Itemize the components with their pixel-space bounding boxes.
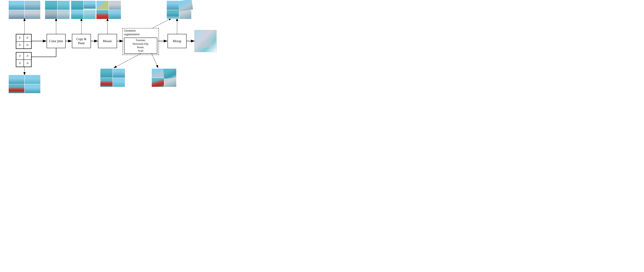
img-j-1 bbox=[9, 75, 24, 84]
img-2-1 bbox=[45, 1, 57, 10]
matrix-I: I1 I2 I3 I4 bbox=[16, 34, 32, 49]
geo-result-3 bbox=[152, 78, 164, 87]
top-image-group-1 bbox=[9, 1, 40, 19]
img-3-1 bbox=[71, 1, 83, 10]
bottom-image-group-J bbox=[9, 75, 40, 93]
img-3-4 bbox=[84, 10, 96, 19]
matrix-I-cell-2: I2 bbox=[24, 34, 31, 41]
geo-aug-inner-box: Translate,Horizontal Flip,Rotate,Scale bbox=[124, 37, 157, 54]
matrix-J-cell-2: J2 bbox=[24, 52, 31, 60]
img-4-2 bbox=[109, 1, 121, 10]
img-1-2 bbox=[25, 1, 40, 10]
matrix-I-cell-3: I3 bbox=[16, 41, 24, 49]
img-5-4 bbox=[179, 10, 192, 19]
mosaic-box: Mosaic bbox=[98, 34, 117, 48]
img-2-2 bbox=[58, 1, 70, 10]
geo-aug-inner-label: Translate,Horizontal Flip,Rotate,Scale bbox=[133, 38, 149, 53]
top-image-group-2 bbox=[45, 1, 70, 19]
geo-result-2 bbox=[163, 69, 176, 79]
svg-line-13 bbox=[152, 18, 172, 28]
mosaic-label: Mosaic bbox=[103, 39, 112, 43]
geo-aug-title: Geometricaugmentation bbox=[124, 29, 140, 36]
mixup-label: Mixup bbox=[173, 39, 181, 43]
copy-paste-label: Copy &Paste bbox=[76, 37, 86, 45]
mixup-box: Mixup bbox=[168, 34, 186, 48]
color-jitter-label: Color jitter bbox=[49, 39, 63, 43]
img-j-3 bbox=[9, 84, 24, 93]
matrix-I-cell-4: I4 bbox=[24, 41, 31, 49]
img-1-1 bbox=[9, 1, 24, 10]
bottom-mosaic-result bbox=[100, 69, 125, 87]
img-1-4 bbox=[25, 10, 40, 19]
img-1-3 bbox=[9, 10, 24, 19]
matrix-J-cell-4: J4 bbox=[24, 60, 31, 67]
mosaic-result-4 bbox=[113, 78, 125, 87]
img-5-3 bbox=[167, 10, 179, 19]
color-jitter-box: Color jitter bbox=[47, 34, 66, 48]
top-image-group-3 bbox=[71, 1, 96, 19]
mosaic-result-3 bbox=[100, 78, 112, 87]
img-2-3 bbox=[45, 10, 57, 19]
matrix-J-cell-3: J3 bbox=[16, 60, 24, 67]
output-image bbox=[194, 30, 216, 52]
img-j-2 bbox=[25, 75, 40, 84]
mosaic-result-2 bbox=[113, 69, 125, 78]
img-5-1 bbox=[167, 1, 179, 10]
matrix-J-cell-1: J1 bbox=[16, 52, 24, 60]
mosaic-result-1 bbox=[100, 69, 112, 78]
img-3-2 bbox=[84, 1, 96, 10]
copy-paste-box: Copy &Paste bbox=[72, 34, 91, 48]
bottom-geo-result bbox=[152, 69, 176, 87]
svg-line-14 bbox=[152, 54, 158, 68]
img-2-4 bbox=[58, 10, 70, 19]
geo-result-1 bbox=[152, 69, 164, 78]
img-j-4 bbox=[25, 84, 40, 93]
img-4-3 bbox=[96, 10, 108, 19]
img-5-2 bbox=[178, 0, 193, 11]
img-4-4 bbox=[109, 10, 121, 19]
matrix-I-cell-1: I1 bbox=[16, 34, 24, 41]
top-image-group-5 bbox=[167, 1, 191, 19]
geo-result-4 bbox=[164, 78, 176, 87]
img-3-3 bbox=[71, 10, 83, 19]
top-image-group-4 bbox=[96, 1, 121, 19]
diagram-container: I1 I2 I3 I4 J1 J2 J3 J4 Color jitter Cop… bbox=[0, 0, 221, 93]
svg-line-12 bbox=[114, 54, 141, 68]
matrix-J: J1 J2 J3 J4 bbox=[16, 52, 32, 67]
img-4-1 bbox=[96, 1, 108, 10]
